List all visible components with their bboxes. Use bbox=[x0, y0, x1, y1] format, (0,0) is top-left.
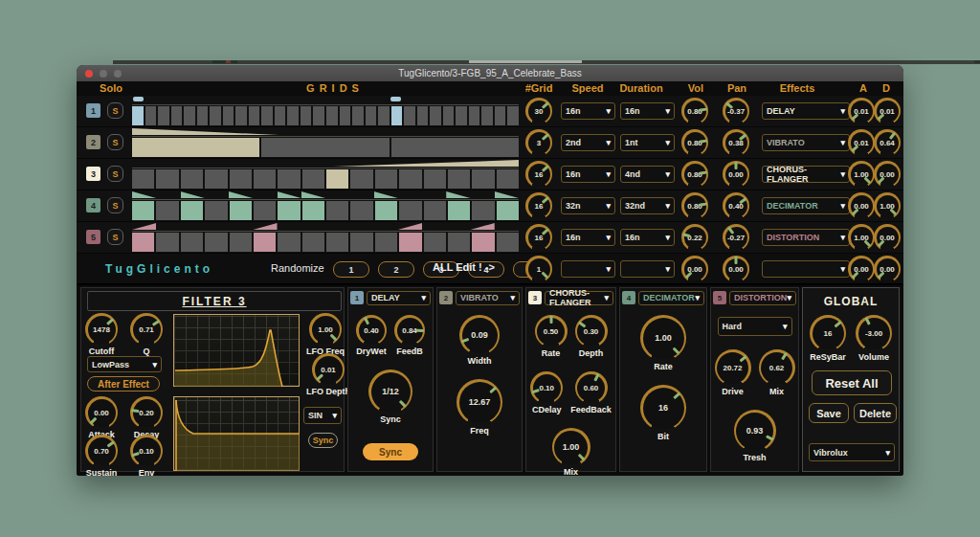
grid-cell[interactable] bbox=[254, 169, 276, 189]
grid-cell[interactable] bbox=[254, 201, 276, 220]
grid-cell[interactable] bbox=[223, 106, 234, 125]
speed-dropdown[interactable]: 16n▾ bbox=[561, 166, 615, 183]
q-knob[interactable]: 0.71Q bbox=[130, 313, 163, 356]
speed-dropdown[interactable]: 32n▾ bbox=[561, 197, 615, 214]
tresh-knob[interactable]: 0.93Tresh bbox=[734, 410, 776, 462]
distortion-mode-dropdown[interactable]: Hard▾ bbox=[718, 317, 792, 336]
resybar-knob[interactable]: 16ReSyBar bbox=[810, 315, 846, 362]
grid-cell[interactable] bbox=[469, 106, 480, 125]
randomize-button-2[interactable]: 2 bbox=[378, 261, 414, 278]
grid-cell[interactable] bbox=[197, 106, 209, 125]
grid-cell[interactable] bbox=[301, 106, 312, 125]
lfo-shape-dropdown[interactable]: SIN ▾ bbox=[303, 407, 342, 424]
attack-knob[interactable]: 0.01 bbox=[848, 129, 875, 156]
grid-cell[interactable] bbox=[456, 106, 467, 125]
grid-cell[interactable] bbox=[181, 233, 203, 252]
grid-cell[interactable] bbox=[448, 201, 470, 220]
grid-cell[interactable] bbox=[448, 169, 470, 189]
grid-cell[interactable] bbox=[399, 169, 421, 189]
grid-cell[interactable] bbox=[495, 106, 506, 125]
effect-dropdown[interactable]: VIBRATO▾ bbox=[762, 134, 850, 151]
lfo-depth-knob[interactable]: 0.01LFO Depth bbox=[306, 353, 350, 396]
attack-knob[interactable]: 1.00 bbox=[848, 161, 875, 188]
drive-knob[interactable]: 20.72Drive bbox=[715, 349, 751, 396]
grid-cell[interactable] bbox=[326, 233, 348, 252]
grid-count-knob[interactable]: 16 bbox=[525, 224, 552, 251]
grid-cell[interactable] bbox=[230, 233, 252, 252]
speed-dropdown[interactable]: 16n▾ bbox=[561, 229, 615, 246]
solo-button[interactable]: S bbox=[107, 229, 123, 245]
grid-cell[interactable] bbox=[254, 233, 276, 252]
rate-knob[interactable]: 0.50Rate bbox=[535, 315, 568, 358]
grid-cell[interactable] bbox=[430, 106, 441, 125]
cdelay-knob[interactable]: 0.10CDelay bbox=[530, 371, 563, 414]
delay-sync-button[interactable]: Sync bbox=[363, 443, 418, 460]
effect-select-dropdown[interactable]: DISTORTION▾ bbox=[729, 291, 796, 305]
grid-cell[interactable] bbox=[145, 106, 157, 125]
solo-button[interactable]: S bbox=[107, 134, 123, 150]
grid-cell[interactable] bbox=[181, 169, 203, 189]
grid-cell[interactable] bbox=[287, 106, 299, 125]
grid-cell[interactable] bbox=[375, 169, 397, 189]
grid-cell[interactable] bbox=[350, 233, 372, 252]
attack-knob[interactable]: 0.00 bbox=[848, 256, 875, 282]
effect-dropdown[interactable]: DELAY▾ bbox=[762, 102, 850, 120]
filter-type-dropdown[interactable]: LowPass ▾ bbox=[87, 356, 162, 372]
grid-cell[interactable] bbox=[181, 201, 203, 220]
duration-dropdown[interactable]: 1nt▾ bbox=[620, 134, 675, 151]
decay-knob[interactable]: 1.00 bbox=[874, 192, 901, 219]
grid-cell[interactable] bbox=[391, 106, 403, 125]
feedback-knob[interactable]: 0.60FeedBack bbox=[570, 371, 612, 414]
volume-knob[interactable]: 0.22 bbox=[681, 224, 708, 251]
attack-knob[interactable]: 0.00Attack bbox=[85, 396, 118, 439]
volume-knob[interactable]: 0.80 bbox=[681, 192, 708, 219]
decay-knob[interactable]: 0.00 bbox=[874, 161, 901, 188]
bit-knob[interactable]: 16Bit bbox=[640, 385, 686, 441]
decay-knob[interactable]: 0.00 bbox=[874, 224, 901, 251]
grid-cell[interactable] bbox=[378, 106, 390, 125]
grid-cell[interactable] bbox=[497, 233, 519, 252]
grid-cell[interactable] bbox=[366, 106, 377, 125]
grid-cell[interactable] bbox=[230, 169, 252, 189]
grid-cell[interactable] bbox=[424, 233, 446, 252]
decay-knob[interactable]: 0.00 bbox=[874, 256, 901, 282]
grid-cell[interactable] bbox=[399, 233, 421, 252]
effect-select-dropdown[interactable]: DECIMATOR▾ bbox=[638, 291, 704, 305]
grid-cell[interactable] bbox=[375, 201, 397, 220]
grid-cell[interactable] bbox=[391, 138, 519, 157]
grid-cell[interactable] bbox=[132, 106, 144, 125]
speed-dropdown[interactable]: 2nd▾ bbox=[561, 134, 615, 151]
grid-cell[interactable] bbox=[275, 106, 286, 125]
grid-cell[interactable] bbox=[448, 233, 470, 252]
save-button[interactable]: Save bbox=[809, 403, 849, 423]
pan-knob[interactable]: 0.00 bbox=[723, 256, 749, 282]
filter-sync-button[interactable]: Sync bbox=[308, 433, 338, 448]
grid-cell[interactable] bbox=[210, 106, 221, 125]
grid-cell[interactable] bbox=[375, 233, 397, 252]
pan-knob[interactable]: 0.00 bbox=[723, 161, 749, 188]
grid-cell[interactable] bbox=[352, 106, 364, 125]
effect-select-dropdown[interactable]: CHORUS-FLANGER▾ bbox=[545, 291, 613, 305]
decay-knob[interactable]: 0.20Decay bbox=[130, 396, 163, 439]
effect-select-dropdown[interactable]: DELAY▾ bbox=[367, 291, 431, 305]
drywet-knob[interactable]: 0.40DryWet bbox=[356, 315, 387, 356]
attack-knob[interactable]: 0.01 bbox=[848, 98, 875, 124]
grid-cell[interactable] bbox=[326, 201, 348, 220]
grid-cell[interactable] bbox=[472, 233, 494, 252]
effect-dropdown[interactable]: CHORUS-FLANGER▾ bbox=[762, 166, 850, 183]
grid-cell[interactable] bbox=[156, 201, 178, 220]
volume-knob[interactable]: -3.00Volume bbox=[856, 315, 892, 362]
grid-cell[interactable] bbox=[184, 106, 195, 125]
speed-dropdown[interactable]: ▾ bbox=[561, 260, 615, 278]
grid-count-knob[interactable]: 1 bbox=[525, 256, 552, 282]
grid-cell[interactable] bbox=[326, 169, 348, 189]
grid-cell[interactable] bbox=[326, 106, 338, 125]
grid-cell[interactable] bbox=[249, 106, 260, 125]
grid-cell[interactable] bbox=[481, 106, 493, 125]
preset-dropdown[interactable]: Vibrolux ▾ bbox=[809, 443, 895, 461]
grid-cell[interactable] bbox=[424, 201, 446, 220]
grid-cell[interactable] bbox=[404, 106, 415, 125]
reset-all-button[interactable]: Reset All bbox=[812, 370, 892, 395]
grid-cell[interactable] bbox=[417, 106, 429, 125]
depth-knob[interactable]: 0.30Depth bbox=[575, 315, 608, 358]
